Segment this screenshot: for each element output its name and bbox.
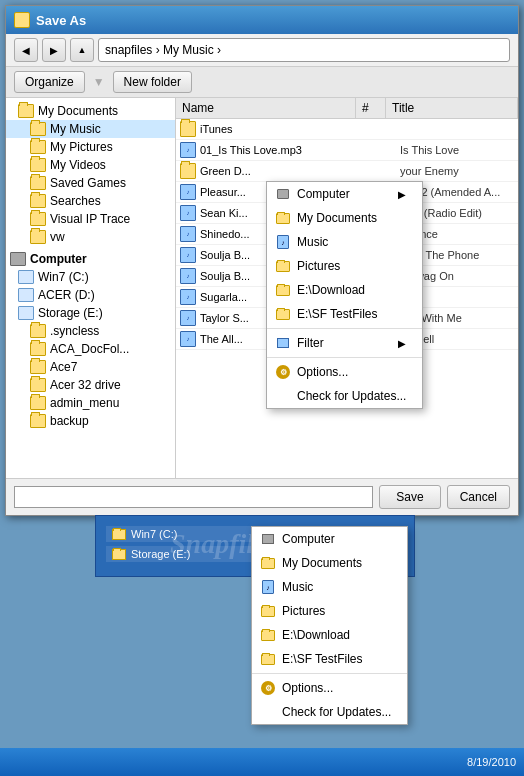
new-folder-button[interactable]: New folder: [113, 71, 192, 93]
mp3-icon: ♪: [180, 310, 196, 326]
sidebar-label-acer: ACER (D:): [38, 288, 95, 302]
sidebar: My Documents My Music My Pictures My Vid…: [6, 98, 176, 478]
folder-icon: [275, 258, 291, 274]
menu-item-my-documents[interactable]: My Documents: [267, 206, 422, 230]
menu-item-pictures[interactable]: Pictures: [267, 254, 422, 278]
folder-icon: [18, 104, 34, 118]
menu-label: Check for Updates...: [297, 389, 406, 403]
computer-icon: [10, 252, 26, 266]
sidebar-label-storage: Storage (E:): [38, 306, 103, 320]
sidebar-label-acer32: Acer 32 drive: [50, 378, 121, 392]
menu-item-computer[interactable]: Computer: [267, 182, 422, 206]
folder-icon: [30, 176, 46, 190]
save-as-dialog: Save As ◀ ▶ ▲ snapfiles › My Music › Org…: [5, 5, 519, 516]
sidebar-item-acer32[interactable]: Acer 32 drive: [6, 376, 175, 394]
menu-item-music[interactable]: ♪ Music: [267, 230, 422, 254]
taskbar-menu-computer[interactable]: Computer: [252, 527, 407, 551]
options-icon: ⚙: [260, 680, 276, 696]
menu-item-filter[interactable]: Filter: [267, 331, 422, 355]
taskbar-storage-item[interactable]: Storage (E:): [106, 546, 251, 562]
taskbar: 8/19/2010: [0, 748, 524, 776]
menu-label: Computer: [297, 187, 350, 201]
storage-icon: [18, 306, 34, 320]
sidebar-item-aca[interactable]: ACA_DocFol...: [6, 340, 175, 358]
sidebar-item-visual-ip-trace[interactable]: Visual IP Trace: [6, 210, 175, 228]
sidebar-item-my-documents[interactable]: My Documents: [6, 102, 175, 120]
taskbar-menu-options[interactable]: ⚙ Options...: [252, 676, 407, 700]
list-item[interactable]: iTunes: [176, 119, 518, 140]
menu-item-esftestfiles[interactable]: E:\SF TestFiles: [267, 302, 422, 326]
mp3-icon: ♪: [180, 226, 196, 242]
sidebar-label-vw: vw: [50, 230, 65, 244]
folder-icon: [275, 210, 291, 226]
folder-icon: [30, 122, 46, 136]
up-button[interactable]: ▲: [70, 38, 94, 62]
menu-item-options[interactable]: ⚙ Options...: [267, 360, 422, 384]
save-button[interactable]: Save: [379, 485, 440, 509]
sidebar-item-my-pictures[interactable]: My Pictures: [6, 138, 175, 156]
sidebar-item-admin[interactable]: admin_menu: [6, 394, 175, 412]
sidebar-item-searches[interactable]: Searches: [6, 192, 175, 210]
menu-separator: [267, 357, 422, 358]
sidebar-item-syncless[interactable]: .syncless: [6, 322, 175, 340]
list-item[interactable]: ♪ 01_Is This Love.mp3 Is This Love: [176, 140, 518, 161]
menu-label: My Documents: [297, 211, 377, 225]
col-hash-header[interactable]: #: [356, 98, 386, 118]
col-title-header[interactable]: Title: [386, 98, 518, 118]
sidebar-label-win7: Win7 (C:): [38, 270, 89, 284]
content-area: My Documents My Music My Pictures My Vid…: [6, 98, 518, 478]
folder-icon: [30, 194, 46, 208]
taskbar-win7-label: Win7 (C:): [131, 528, 177, 540]
folder-icon: [30, 342, 46, 356]
folder-icon: [260, 555, 276, 571]
col-name-header[interactable]: Name: [176, 98, 356, 118]
sidebar-label-my-music: My Music: [50, 122, 101, 136]
sidebar-item-computer[interactable]: Computer: [6, 250, 175, 268]
options-icon: ⚙: [275, 364, 291, 380]
taskbar-menu-music[interactable]: ♪ Music: [252, 575, 407, 599]
menu-separator: [267, 328, 422, 329]
folder-icon: [30, 140, 46, 154]
sidebar-item-win7[interactable]: Win7 (C:): [6, 268, 175, 286]
sidebar-item-vw[interactable]: vw: [6, 228, 175, 246]
taskbar-folder-icon: [112, 549, 126, 560]
folder-icon: [30, 324, 46, 338]
computer-icon: [275, 186, 291, 202]
back-button[interactable]: ◀: [14, 38, 38, 62]
taskbar-context-menu: Computer My Documents ♪ Music Pictures: [251, 526, 408, 725]
folder-icon: [260, 627, 276, 643]
taskbar-menu-updates[interactable]: Check for Updates...: [252, 700, 407, 724]
filename-input[interactable]: [14, 486, 373, 508]
forward-button[interactable]: ▶: [42, 38, 66, 62]
filter-icon: [275, 335, 291, 351]
taskbar-menu-pictures[interactable]: Pictures: [252, 599, 407, 623]
taskbar-row: Win7 (C:) Computer My Documents ♪ Music: [106, 526, 404, 542]
taskbar-menu-edownload[interactable]: E:\Download: [252, 623, 407, 647]
sidebar-label-aca: ACA_DocFol...: [50, 342, 129, 356]
folder-icon: [260, 651, 276, 667]
sidebar-item-my-music[interactable]: My Music: [6, 120, 175, 138]
sidebar-label-my-videos: My Videos: [50, 158, 106, 172]
list-item[interactable]: Green D... your Enemy: [176, 161, 518, 182]
nav-bar: ◀ ▶ ▲ snapfiles › My Music ›: [6, 34, 518, 67]
sidebar-item-backup[interactable]: backup: [6, 412, 175, 430]
sidebar-item-saved-games[interactable]: Saved Games: [6, 174, 175, 192]
update-icon: [260, 704, 276, 720]
sidebar-item-storage[interactable]: Storage (E:): [6, 304, 175, 322]
sidebar-label-syncless: .syncless: [50, 324, 99, 338]
mp3-icon: ♪: [180, 205, 196, 221]
taskbar-menu-esftestfiles[interactable]: E:\SF TestFiles: [252, 647, 407, 671]
sidebar-item-my-videos[interactable]: My Videos: [6, 156, 175, 174]
sidebar-item-acer[interactable]: ACER (D:): [6, 286, 175, 304]
taskbar-menu-mydocs[interactable]: My Documents: [252, 551, 407, 575]
menu-label: Music: [282, 580, 313, 594]
sidebar-item-ace7[interactable]: Ace7: [6, 358, 175, 376]
breadcrumb[interactable]: snapfiles › My Music ›: [98, 38, 510, 62]
breadcrumb-text: snapfiles › My Music ›: [105, 43, 221, 57]
taskbar-win7-item[interactable]: Win7 (C:): [106, 526, 251, 542]
mp3-icon: ♪: [180, 184, 196, 200]
cancel-button[interactable]: Cancel: [447, 485, 510, 509]
menu-item-edownload[interactable]: E:\Download: [267, 278, 422, 302]
menu-item-check-updates[interactable]: Check for Updates...: [267, 384, 422, 408]
organize-button[interactable]: Organize: [14, 71, 85, 93]
